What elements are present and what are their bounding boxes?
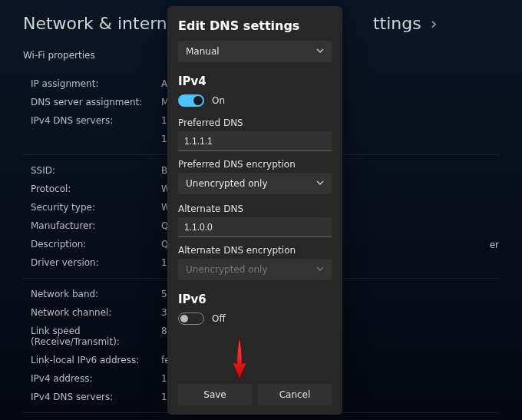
chevron-down-icon (316, 178, 324, 189)
property-label: Driver version: (31, 257, 161, 268)
property-label: Link speed (Receive/Transmit): (31, 326, 161, 347)
edit-dns-dialog: Edit DNS settings Manual IPv4 On Preferr… (167, 6, 342, 415)
alternate-dns-input[interactable] (178, 217, 332, 237)
property-label: Manufacturer: (31, 220, 161, 231)
chevron-down-icon (316, 46, 324, 57)
ipv4-heading: IPv4 (178, 74, 332, 88)
dns-mode-value: Manual (186, 46, 220, 57)
alternate-dns-encryption-select[interactable]: Unencrypted only (178, 259, 332, 280)
save-button[interactable]: Save (178, 384, 252, 405)
ipv6-toggle-label: Off (212, 313, 226, 324)
property-label: Network band: (31, 289, 161, 299)
breadcrumb-left: Network & internet (23, 14, 184, 33)
dns-mode-select[interactable]: Manual (178, 41, 332, 62)
property-label: IPv4 DNS servers: (31, 392, 161, 402)
property-label: DNS server assignment: (31, 97, 161, 107)
property-label: SSID: (31, 165, 161, 176)
ipv4-toggle[interactable] (178, 94, 204, 107)
ipv6-toggle[interactable] (178, 313, 204, 325)
edit-link-fragment: er (490, 240, 499, 250)
property-label: IPv4 address: (31, 373, 161, 384)
property-label: Network channel: (31, 307, 161, 318)
preferred-dns-label: Preferred DNS (178, 117, 332, 128)
cancel-button[interactable]: Cancel (258, 384, 332, 405)
breadcrumb-right: ttings (373, 14, 421, 33)
alternate-dns-label: Alternate DNS (178, 203, 332, 214)
alternate-dns-encryption-label: Alternate DNS encryption (178, 245, 332, 256)
preferred-dns-encryption-select[interactable]: Unencrypted only (178, 173, 332, 194)
property-label: Security type: (31, 202, 161, 213)
dialog-title: Edit DNS settings (178, 18, 332, 33)
preferred-dns-input[interactable] (178, 131, 332, 151)
property-label: IPv4 DNS servers: (31, 115, 161, 126)
property-label: Description: (31, 239, 161, 250)
ipv6-heading: IPv6 (178, 293, 332, 306)
alternate-dns-encryption-value: Unencrypted only (186, 264, 268, 275)
property-label (31, 134, 161, 144)
chevron-down-icon (316, 264, 324, 275)
ipv4-toggle-label: On (212, 95, 225, 106)
property-label: Protocol: (31, 184, 161, 194)
property-label: Link-local IPv6 address: (31, 355, 161, 365)
preferred-dns-encryption-value: Unencrypted only (186, 178, 268, 189)
property-label: IP assignment: (31, 78, 161, 89)
preferred-dns-encryption-label: Preferred DNS encryption (178, 159, 332, 170)
chevron-right-icon: › (431, 14, 438, 33)
